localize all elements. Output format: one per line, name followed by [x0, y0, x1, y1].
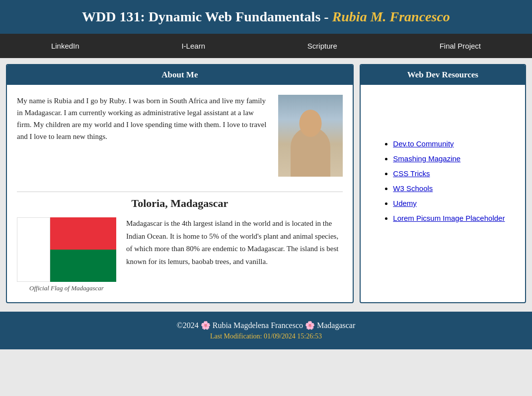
- site-header: WDD 131: Dynamic Web Fundamentals - Rubi…: [0, 0, 532, 34]
- resource-link-smashing[interactable]: Smashing Magazine: [393, 154, 460, 163]
- flag-caption: Official Flag of Madagascar: [29, 284, 104, 292]
- nav-ilearn[interactable]: I-Learn: [166, 34, 220, 58]
- nav-final-project[interactable]: Final Project: [425, 34, 496, 58]
- nav-scripture[interactable]: Scripture: [293, 34, 352, 58]
- page-title: WDD 131: Dynamic Web Fundamentals - Rubi…: [10, 9, 522, 25]
- flag-red-stripe: [50, 217, 116, 250]
- resource-link-w3schools[interactable]: W3 Schools: [393, 184, 433, 193]
- list-item: Smashing Magazine: [393, 154, 505, 163]
- main-nav: LinkedIn I-Learn Scripture Final Project: [0, 34, 532, 58]
- about-me-content: My name is Rubia and I go by Ruby. I was…: [7, 85, 353, 302]
- flag-right-stripes: [50, 217, 116, 282]
- list-item: W3 Schools: [393, 184, 505, 193]
- resources-heading: Web Dev Resources: [361, 65, 525, 85]
- flag-green-stripe: [50, 250, 116, 282]
- footer-flower-left: 🌸: [201, 321, 213, 330]
- location-info: Official Flag of Madagascar Madagascar i…: [17, 217, 343, 292]
- resources-content: Dev.to Community Smashing Magazine CSS T…: [361, 85, 525, 283]
- footer-name: Rubia Magdelena Francesco: [213, 321, 303, 330]
- title-author: Rubia M. Francesco: [332, 9, 450, 24]
- bio-text: My name is Rubia and I go by Ruby. I was…: [17, 95, 268, 177]
- location-title: Toloria, Madagascar: [17, 197, 343, 210]
- resources-section: Web Dev Resources Dev.to Community Smash…: [360, 64, 526, 303]
- resources-list: Dev.to Community Smashing Magazine CSS T…: [380, 139, 505, 229]
- location-section: Toloria, Madagascar Official Flag of Mad…: [17, 192, 343, 292]
- main-content: About Me My name is Rubia and I go by Ru…: [0, 58, 532, 309]
- list-item: Udemy: [393, 199, 505, 208]
- nav-linkedin[interactable]: LinkedIn: [36, 34, 94, 58]
- location-text: Madagascar is the 4th largest island in …: [126, 217, 343, 268]
- list-item: CSS Tricks: [393, 169, 505, 178]
- title-main: WDD 131: Dynamic Web Fundamentals -: [82, 9, 332, 24]
- bio-section: My name is Rubia and I go by Ruby. I was…: [17, 95, 343, 177]
- site-footer: ©2024 🌸 Rubia Magdelena Francesco 🌸 Mada…: [0, 312, 532, 349]
- resource-link-csstricks[interactable]: CSS Tricks: [393, 169, 430, 178]
- madagascar-flag: [17, 217, 116, 282]
- about-me-section: About Me My name is Rubia and I go by Ru…: [6, 64, 354, 303]
- about-me-heading: About Me: [7, 65, 353, 85]
- resource-link-picsum[interactable]: Lorem Picsum Image Placeholder: [393, 214, 505, 222]
- footer-modification: Last Modification: 01/09/2024 15:26:53: [9, 332, 523, 340]
- list-item: Dev.to Community: [393, 139, 505, 148]
- footer-copyright: ©2024: [177, 321, 199, 330]
- photo-placeholder: [278, 95, 343, 177]
- profile-photo: [278, 95, 343, 177]
- flag-white-stripe: [17, 217, 50, 282]
- location-divider: [17, 192, 343, 192]
- resource-link-devto[interactable]: Dev.to Community: [393, 139, 454, 148]
- list-item: Lorem Picsum Image Placeholder: [393, 214, 505, 223]
- flag-container: Official Flag of Madagascar: [17, 217, 116, 292]
- footer-location: Madagascar: [317, 321, 355, 330]
- resource-link-udemy[interactable]: Udemy: [393, 199, 417, 207]
- footer-main: ©2024 🌸 Rubia Magdelena Francesco 🌸 Mada…: [9, 321, 523, 330]
- footer-flower-right: 🌸: [305, 321, 317, 330]
